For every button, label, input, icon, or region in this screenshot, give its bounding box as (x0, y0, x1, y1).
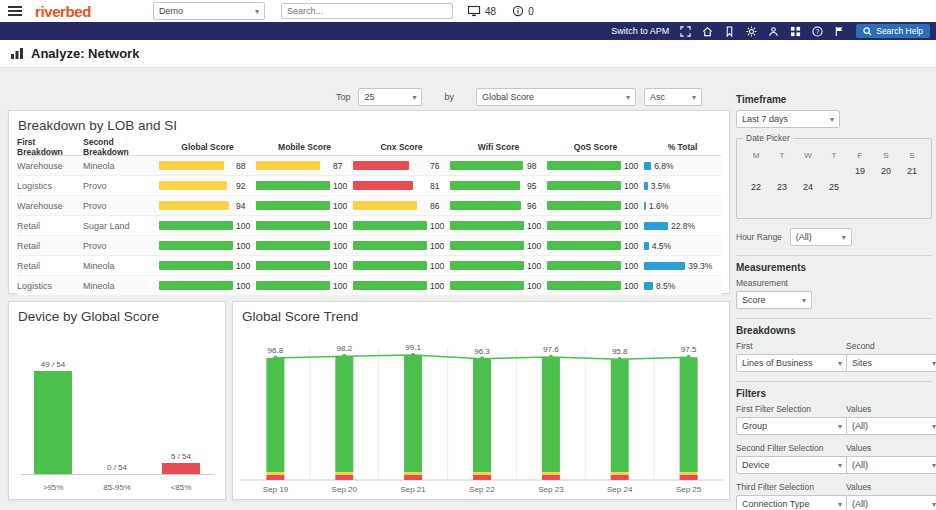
column-header[interactable]: % Total (644, 142, 721, 152)
search-input[interactable] (281, 3, 453, 19)
hour-range-select[interactable]: (All)▾ (790, 228, 852, 246)
fullscreen-icon[interactable] (680, 26, 691, 37)
table-row[interactable]: RetailMineola10010010010010039.3% (17, 256, 721, 276)
sort-order-select[interactable]: Asc▾ (644, 88, 702, 106)
table-row[interactable]: RetailProvo1001001001001004.5% (17, 236, 721, 256)
score-value: 100 (624, 241, 638, 251)
score-cell: 100 (547, 221, 644, 231)
calendar-day-header: M (743, 151, 769, 160)
workspace-select-value: Demo (159, 6, 183, 16)
score-cell: 100 (353, 221, 450, 231)
calendar-day (743, 166, 769, 176)
calendar-day[interactable]: 23 (769, 182, 795, 192)
apps-grid-icon[interactable] (790, 26, 801, 37)
hour-range-value: (All) (796, 232, 812, 242)
score-value: 100 (527, 241, 541, 251)
measurement-label: Measurement (736, 278, 932, 288)
column-header[interactable]: Cnx Score (353, 142, 450, 152)
second-breakdown-cell: Mineola (83, 161, 159, 171)
top-app-bar: riverbed Demo▾ 48 0 (0, 0, 936, 23)
filter-select[interactable]: Group▾ (736, 417, 848, 435)
flag-icon[interactable] (834, 26, 845, 37)
filter-row: Third Filter Selection Connection Type▾ … (736, 482, 932, 510)
device-bar-group[interactable]: 49 / 54 (27, 344, 79, 474)
home-icon[interactable] (702, 26, 713, 37)
timeframe-select[interactable]: Last 7 days▾ (736, 110, 840, 128)
filter-select[interactable]: Device▾ (736, 456, 848, 474)
column-header[interactable]: Wifi Score (450, 142, 547, 152)
device-bar-group[interactable]: 0 / 54 (91, 344, 143, 474)
trend-chart[interactable]: Sep 1996.8Sep 2098.2Sep 2199.1Sep 2296.3… (241, 334, 723, 496)
score-cell: 100 (450, 261, 547, 271)
top-n-select[interactable]: 25▾ (358, 88, 422, 106)
calendar-day[interactable]: 21 (899, 166, 925, 176)
second-breakdown-value: Sites (852, 358, 872, 368)
second-breakdown-cell: Mineola (83, 261, 159, 271)
table-row[interactable]: WarehouseProvo9410086961001.6% (17, 196, 721, 216)
column-header[interactable]: First Breakdown (17, 137, 83, 157)
measurement-select[interactable]: Score▾ (736, 291, 812, 309)
first-breakdown-cell: Warehouse (17, 201, 83, 211)
score-cell: 100 (450, 281, 547, 291)
sort-field-select[interactable]: Global Score▾ (476, 88, 636, 106)
search-icon (863, 27, 872, 36)
chevron-down-icon: ▾ (838, 359, 842, 368)
calendar-day[interactable]: 19 (847, 166, 873, 176)
menu-icon[interactable] (8, 6, 22, 16)
svg-text:97.5: 97.5 (681, 345, 697, 354)
table-row[interactable]: RetailSugar Land10010010010010022.8% (17, 216, 721, 236)
column-header[interactable]: QoS Score (547, 142, 644, 152)
filter-values-select[interactable]: (All)▾ (846, 417, 936, 435)
first-breakdown-value: Lines of Business (742, 358, 813, 368)
column-header[interactable]: Mobile Score (256, 142, 353, 152)
svg-text:Sep 24: Sep 24 (607, 485, 633, 494)
calendar-day[interactable]: 20 (873, 166, 899, 176)
measurements-heading: Measurements (736, 262, 932, 273)
calendar-day[interactable]: 24 (795, 182, 821, 192)
chevron-down-icon: ▾ (838, 461, 842, 470)
filter-select[interactable]: Connection Type▾ (736, 495, 848, 510)
table-row[interactable]: WarehouseMineola888776981006.8% (17, 156, 721, 176)
total-percent-cell: 8.5% (644, 281, 721, 291)
score-value: 100 (624, 281, 638, 291)
app-screen: riverbed Demo▾ 48 0 Switch to APM ? Sear… (0, 0, 936, 510)
score-cell: 87 (256, 161, 353, 171)
filter-values-label: Values (846, 482, 932, 492)
column-header[interactable]: Global Score (159, 142, 256, 152)
table-row[interactable]: LogisticsProvo9210081951003.5% (17, 176, 721, 196)
total-percent-value: 3.5% (651, 181, 670, 191)
score-value: 100 (624, 161, 638, 171)
switch-to-apm-link[interactable]: Switch to APM (611, 26, 669, 36)
score-cell: 100 (256, 281, 353, 291)
column-header[interactable]: Second Breakdown (83, 137, 159, 157)
calendar-day[interactable]: 25 (821, 182, 847, 192)
bookmark-icon[interactable] (724, 26, 735, 37)
score-cell: 81 (353, 181, 450, 191)
score-value: 76 (430, 161, 439, 171)
by-label: by (444, 92, 454, 102)
first-breakdown-cell: Logistics (17, 181, 83, 191)
hour-range-row: Hour Range (All)▾ (736, 228, 932, 246)
filter-values-select[interactable]: (All)▾ (846, 456, 936, 474)
help-icon[interactable]: ? (812, 26, 823, 37)
calendar-day[interactable]: 22 (743, 182, 769, 192)
total-percent-value: 6.8% (654, 161, 673, 171)
device-bar (162, 463, 200, 474)
search-help-button[interactable]: Search Help (856, 24, 930, 38)
device-count-indicator[interactable]: 48 (467, 5, 496, 17)
gear-icon[interactable] (746, 26, 757, 37)
first-breakdown-select[interactable]: Lines of Business▾ (736, 354, 848, 372)
table-row[interactable]: LogisticsMineola1001001001001008.5% (17, 276, 721, 296)
svg-text:?: ? (816, 27, 820, 34)
alert-count-value: 0 (528, 6, 534, 17)
bar-value-label: 5 / 54 (171, 452, 191, 461)
device-bar-group[interactable]: 5 / 54 (155, 344, 207, 474)
filter-values-label: Values (846, 404, 932, 414)
workspace-select[interactable]: Demo▾ (153, 2, 265, 20)
user-icon[interactable] (768, 26, 779, 37)
total-percent-value: 22.8% (671, 221, 695, 231)
alert-count-indicator[interactable]: 0 (512, 5, 534, 17)
score-cell: 100 (159, 281, 256, 291)
second-breakdown-select[interactable]: Sites▾ (846, 354, 936, 372)
filter-values-select[interactable]: (All)▾ (846, 495, 936, 510)
